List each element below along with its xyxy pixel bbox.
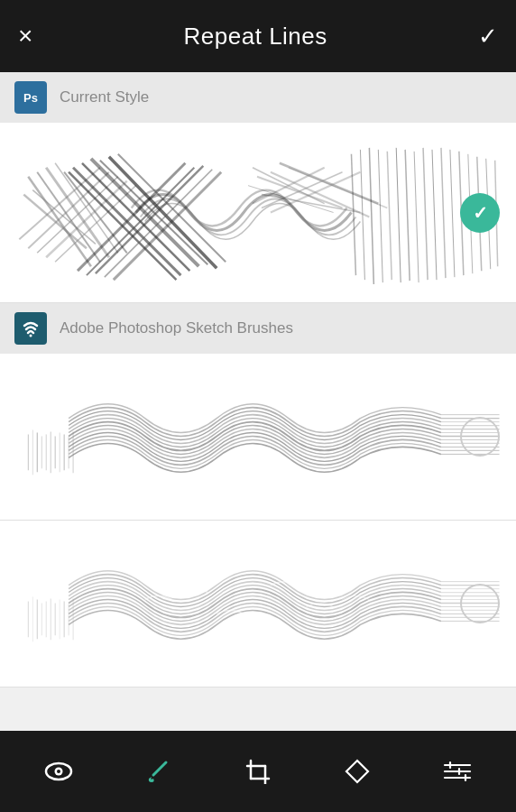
brush-tool-button[interactable] — [136, 749, 181, 794]
adjustments-tool-button[interactable] — [435, 749, 480, 794]
svg-line-34 — [351, 154, 355, 275]
svg-line-39 — [396, 148, 401, 282]
eye-icon — [44, 757, 73, 786]
repeat-lines-brush-card-2[interactable] — [0, 521, 516, 687]
svg-line-45 — [450, 150, 455, 277]
ps-icon: Ps — [14, 81, 47, 114]
repeat-lines-brush-card-1[interactable] — [0, 354, 516, 521]
bottom-toolbar — [0, 731, 516, 812]
svg-line-17 — [118, 154, 226, 262]
svg-marker-60 — [346, 761, 368, 782]
page-title: Repeat Lines — [184, 23, 327, 51]
sketch-brushes-section-header: Adobe Photoshop Sketch Brushes — [0, 303, 516, 354]
svg-line-42 — [423, 148, 428, 280]
charcoal-brush-preview — [0, 123, 516, 302]
svg-line-41 — [414, 152, 419, 282]
close-button[interactable]: × — [18, 22, 32, 51]
sketch-brushes-icon — [14, 312, 47, 345]
svg-line-40 — [405, 150, 410, 281]
current-style-label: Current Style — [60, 88, 149, 106]
confirm-button[interactable]: ✓ — [478, 23, 498, 51]
brush-selection-indicator[interactable]: ✓ — [460, 193, 500, 233]
current-style-section-header: Ps Current Style — [0, 72, 516, 123]
brush-1-selection-indicator[interactable] — [460, 417, 500, 457]
header: × Repeat Lines ✓ — [0, 0, 516, 72]
check-icon: ✓ — [473, 202, 488, 224]
svg-line-36 — [369, 148, 373, 284]
svg-line-37 — [378, 150, 382, 282]
crop-tool-button[interactable] — [235, 749, 281, 794]
svg-line-38 — [387, 152, 392, 280]
content-area: Ps Current Style — [0, 72, 516, 731]
charcoal-brush-card[interactable]: ✓ — [0, 123, 516, 303]
repeat-lines-preview-1 — [0, 354, 516, 520]
svg-point-51 — [30, 335, 32, 337]
repeat-lines-preview-2 — [0, 521, 516, 687]
svg-line-55 — [153, 762, 166, 775]
brush-icon — [146, 759, 171, 784]
crop-icon — [245, 759, 271, 784]
sliders-icon — [443, 759, 472, 784]
brush-2-selection-indicator[interactable] — [460, 584, 500, 623]
sketch-brushes-label: Adobe Photoshop Sketch Brushes — [60, 319, 293, 337]
svg-line-43 — [432, 150, 437, 280]
eraser-tool-button[interactable] — [335, 749, 380, 794]
svg-line-44 — [441, 148, 446, 278]
svg-point-54 — [57, 770, 60, 773]
visibility-toggle-button[interactable] — [36, 749, 81, 794]
diamond-icon — [345, 759, 370, 784]
wifi-like-icon — [21, 318, 41, 338]
